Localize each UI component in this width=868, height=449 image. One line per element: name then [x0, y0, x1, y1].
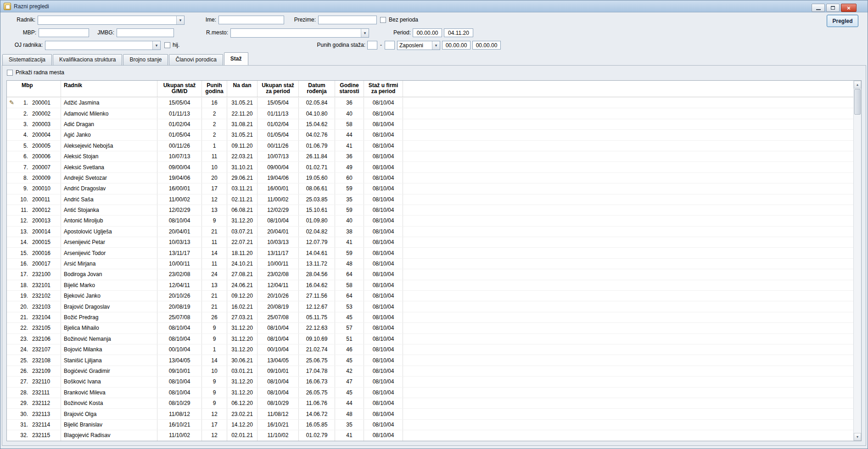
cell-godine-starosti: 42 [335, 366, 364, 376]
cell-ukupan-staz-za-period: 16/10/21 [258, 420, 299, 430]
cell-ukupan-staz-gmd: 16/10/21 [157, 420, 202, 430]
bez-perioda-checkbox[interactable] [380, 17, 386, 23]
table-row[interactable]: 13.200014Apostolović Uglješa20/04/012103… [7, 227, 853, 237]
tab-sistematizacija[interactable]: Sistematizacija [2, 54, 52, 65]
bez-perioda-label: Bez perioda [389, 16, 418, 24]
cell-staz-u-firmi-za-period: 08/10/04 [364, 141, 403, 151]
tab-kvalifikaciona-struktura[interactable]: Kvalifikaciona struktura [53, 54, 122, 65]
table-row[interactable]: 32.232115Blagojević Radisav11/10/021202.… [7, 430, 853, 441]
table-row[interactable]: 29.232112Božinović Kosta08/10/29906.12.2… [7, 398, 853, 409]
tab-brojno-stanje[interactable]: Brojno stanje [123, 54, 168, 65]
oj-radnika-combobox[interactable]: ▾ [45, 41, 161, 50]
cell-ukupan-staz-gmd: 01/05/04 [157, 130, 202, 140]
column-header-godine-starosti[interactable]: Godine starosti [335, 81, 364, 97]
column-header-radnik[interactable]: Radnik [61, 81, 157, 97]
radnik-combobox-arrow-icon[interactable]: ▾ [176, 16, 184, 24]
rmesto-combobox[interactable]: ▾ [230, 28, 369, 38]
cell-mbp: 200015 [32, 239, 50, 245]
cell-ukupan-staz-za-period: 10/03/13 [258, 237, 299, 247]
table-row[interactable]: 10.200011Andrić Saša11/00/021202.11.2111… [7, 194, 853, 205]
column-header-punih-godina[interactable]: Punih godina [202, 81, 227, 97]
radnik-combobox[interactable]: ▾ [38, 16, 185, 25]
table-row[interactable]: 27.232110Bošković Ivana08/10/04931.12.20… [7, 377, 853, 387]
table-row[interactable]: 31.232114Bijelić Branislav16/10/211714.1… [7, 420, 853, 430]
table-row[interactable]: 3.200003Adić Dragan01/02/04231.08.2101/0… [7, 119, 853, 130]
table-row[interactable]: 21.232104Božić Predrag25/07/082627.03.21… [7, 312, 853, 323]
table-row[interactable]: ✎1.200001Adžić Jasmina15/05/041631.05.21… [7, 98, 853, 108]
cell-ukupan-staz-gmd: 15/05/04 [157, 98, 202, 108]
cell-godine-starosti: 57 [335, 323, 364, 333]
cell-mbp: 200007 [32, 164, 50, 171]
period-to-input[interactable] [444, 28, 473, 37]
row-number: 7. [7, 164, 28, 171]
scrollbar-thumb[interactable] [854, 89, 861, 115]
cell-godine-starosti: 48 [335, 259, 364, 269]
table-row[interactable]: 25.232108Stanišić Ljiljana13/04/051430.0… [7, 355, 853, 366]
column-header-mbp[interactable]: Mbp [7, 81, 61, 97]
maximize-button[interactable] [826, 4, 840, 12]
hij-checkbox[interactable] [164, 42, 170, 48]
table-row[interactable]: 11.200012Antić Stojanka12/02/291306.08.2… [7, 205, 853, 216]
table-row[interactable]: 24.232107Bojović Milanka00/10/04131.12.2… [7, 344, 853, 355]
prezime-input[interactable] [318, 16, 377, 24]
table-row[interactable]: 9.200010Andrić Dragoslav16/00/011703.11.… [7, 183, 853, 194]
period-from-input[interactable] [413, 28, 442, 37]
cell-ukupan-staz-za-period: 13/11/17 [258, 248, 299, 258]
tab-clanovi-porodica[interactable]: Članovi porodica [169, 54, 223, 65]
table-row[interactable]: 5.200005Aleksejević Nebojša00/11/26109.1… [7, 141, 853, 151]
table-row[interactable]: 19.232102Bjeković Janko20/10/262109.12.2… [7, 291, 853, 301]
jmbg-input[interactable] [117, 28, 174, 37]
cell-godine-starosti: 45 [335, 355, 364, 365]
column-header-staz-u-firmi-za-period[interactable]: Staž u firmi za period [364, 81, 403, 97]
status-date-to-input[interactable] [472, 41, 501, 50]
oj-radnika-combobox-arrow-icon[interactable]: ▾ [152, 41, 160, 50]
table-row[interactable]: 12.200013Antonić Miroljub08/10/04931.12.… [7, 216, 853, 226]
minimize-button[interactable] [812, 4, 825, 12]
prikazi-radna-mesta-checkbox[interactable] [7, 70, 13, 76]
cell-na-dan: 29.06.21 [227, 173, 258, 183]
pregled-button[interactable]: Pregled [827, 15, 858, 27]
cell-ukupan-staz-gmd: 20/08/19 [157, 301, 202, 311]
table-row[interactable]: 7.200007Aleksić Svetlana09/00/041031.10.… [7, 162, 853, 172]
cell-staz-u-firmi-za-period: 08/10/04 [364, 269, 403, 279]
column-header-na-dan[interactable]: Na dan [227, 81, 258, 97]
cell-punih-godina: 2 [202, 108, 227, 118]
column-header-ukupan-staz-za-period[interactable]: Ukupan staž za period [258, 81, 299, 97]
table-row[interactable]: 8.200009Andrejić Svetozar19/04/062029.06… [7, 173, 853, 183]
scroll-down-button[interactable]: ▼ [854, 433, 861, 441]
table-row[interactable]: 17.232100Bodiroga Jovan23/02/082427.08.2… [7, 269, 853, 280]
table-row[interactable]: 28.232111Branković Mileva08/10/04931.12.… [7, 388, 853, 398]
rmesto-combobox-arrow-icon[interactable]: ▾ [361, 29, 369, 37]
table-row[interactable]: 23.232106Božinović Nemanja08/10/04931.12… [7, 334, 853, 344]
table-row[interactable]: 4.200004Agić Janko01/05/04231.05.2101/05… [7, 130, 853, 140]
table-row[interactable]: 15.200016Arsenijević Todor13/11/171418.1… [7, 248, 853, 258]
cell-mbp: 232112 [32, 400, 50, 406]
close-button[interactable]: × [841, 4, 857, 12]
punih-godina-to-input[interactable] [385, 41, 395, 50]
status-combobox-arrow-icon[interactable]: ▾ [432, 41, 440, 50]
punih-godina-from-input[interactable] [367, 41, 377, 50]
table-row[interactable]: 30.232113Brajović Olga11/08/121223.02.21… [7, 409, 853, 419]
table-row[interactable]: 2.200002Adamović Milenko01/11/13222.11.2… [7, 108, 853, 119]
tab-staz[interactable]: Staž [224, 52, 248, 65]
status-combobox[interactable]: Zaposleni ▾ [397, 41, 440, 50]
column-header-ukupan-staz-gmd[interactable]: Ukupan staž G/M/D [157, 81, 202, 97]
mbp-input[interactable] [39, 28, 89, 37]
column-header-datum-rodjenja[interactable]: Datum rođenja [299, 81, 335, 97]
table-row[interactable]: 14.200015Arsenijević Petar10/03/131122.0… [7, 237, 853, 248]
cell-ukupan-staz-gmd: 09/10/01 [157, 366, 202, 376]
scroll-up-button[interactable]: ▲ [854, 81, 861, 89]
table-row[interactable]: 16.200017Arsić Mirjana10/00/111124.10.21… [7, 259, 853, 269]
cell-ukupan-staz-za-period: 20/08/19 [258, 301, 299, 311]
table-row[interactable]: 20.232103Brajović Dragoslav20/08/192116.… [7, 301, 853, 312]
ime-input[interactable] [218, 16, 284, 24]
table-row[interactable]: 22.232105Bjelica Mihailo08/10/04931.12.2… [7, 323, 853, 333]
vertical-scrollbar[interactable]: ▲ ▼ [853, 81, 861, 441]
row-number: 3. [7, 121, 28, 127]
table-row[interactable]: 18.232101Bijelić Marko12/04/111324.06.21… [7, 280, 853, 291]
status-date-from-input[interactable] [442, 41, 470, 50]
table-row[interactable]: 6.200006Aleksić Stojan10/07/131122.03.21… [7, 151, 853, 162]
cell-na-dan: 27.03.21 [227, 312, 258, 322]
table-row[interactable]: 26.232109Bogićević Gradimir09/10/011003.… [7, 366, 853, 377]
cell-datum-rodjenja: 14.06.72 [299, 409, 335, 419]
